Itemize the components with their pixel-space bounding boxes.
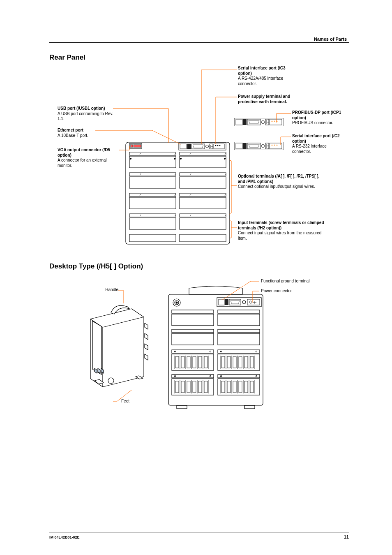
svg-point-47: [262, 145, 265, 148]
svg-rect-89: [244, 405, 255, 409]
svg-rect-64: [172, 310, 214, 313]
svg-rect-31: [129, 234, 176, 242]
callout-ethernet: Ethernet port A 10Base-T port.: [58, 128, 117, 138]
svg-point-52: [276, 144, 277, 146]
svg-rect-21: [129, 177, 176, 188]
svg-point-13: [217, 145, 219, 146]
header-rule: [49, 42, 349, 43]
svg-rect-7: [187, 144, 191, 149]
svg-rect-81: [218, 375, 260, 378]
svg-rect-18: [180, 156, 226, 168]
svg-rect-67: [218, 314, 260, 326]
svg-rect-69: [218, 329, 260, 333]
svg-point-59: [242, 301, 246, 304]
svg-point-63: [176, 302, 178, 303]
callout-feet: Feet: [121, 399, 129, 404]
svg-point-12: [215, 145, 217, 146]
svg-point-41: [274, 120, 275, 122]
figure-desktop: Handle Feet Functional ground terminal P…: [49, 274, 349, 426]
callout-input-terminals: Input terminals (screw terminals or clam…: [238, 220, 324, 241]
svg-point-50: [271, 144, 272, 146]
svg-rect-15: [129, 152, 176, 155]
svg-point-76: [175, 351, 176, 352]
svg-rect-72: [172, 350, 214, 353]
callout-handle: Handle: [105, 287, 118, 293]
svg-point-84: [175, 376, 176, 377]
desktop-iso-diagram: [70, 294, 152, 397]
svg-rect-34: [236, 119, 242, 125]
callout-profibus: PROFIBUS-DP port (/CP1 option) PROFIBUS …: [292, 110, 346, 126]
svg-rect-3: [131, 145, 133, 147]
svg-point-37: [262, 121, 265, 124]
option-panel-c2: [234, 142, 284, 150]
section-title-rear-panel: Rear Panel: [49, 53, 349, 62]
figure-rear-panel: USB port (/USB1 option) A USB port confo…: [49, 65, 349, 250]
svg-point-77: [210, 351, 211, 352]
svg-rect-49: [270, 143, 282, 149]
svg-rect-45: [243, 143, 247, 149]
svg-point-14: [219, 145, 221, 146]
callout-serial-c3: Serial interface port (/C3 option) A RS-…: [238, 66, 300, 86]
svg-rect-25: [129, 197, 176, 209]
svg-rect-22: [180, 177, 226, 188]
svg-rect-39: [270, 119, 282, 125]
svg-rect-57: [225, 299, 228, 305]
svg-point-51: [274, 144, 275, 146]
svg-rect-68: [172, 329, 214, 333]
svg-rect-17: [129, 156, 176, 168]
callout-power-supply: Power supply terminal and protective ear…: [238, 94, 308, 104]
svg-rect-11: [214, 144, 224, 149]
svg-point-85: [210, 376, 211, 377]
header-section-label: Names of Parts: [314, 37, 347, 42]
footer-doc-id: IM 04L42B01-02E: [49, 535, 80, 539]
svg-point-78: [221, 351, 222, 352]
svg-rect-60: [247, 299, 260, 305]
footer-rule: [49, 532, 349, 532]
svg-rect-23: [129, 193, 176, 197]
svg-rect-65: [218, 310, 260, 313]
svg-point-42: [276, 120, 277, 122]
svg-rect-24: [180, 193, 226, 197]
svg-rect-29: [129, 218, 176, 229]
svg-rect-20: [180, 173, 226, 176]
svg-rect-19: [129, 173, 176, 176]
callout-ground-terminal: Functional ground terminal: [261, 279, 309, 284]
rear-panel-diagram: [125, 142, 230, 245]
svg-point-86: [221, 376, 222, 377]
svg-rect-56: [219, 299, 224, 305]
svg-rect-35: [243, 119, 247, 125]
svg-rect-80: [172, 375, 214, 378]
svg-rect-88: [177, 405, 187, 409]
svg-rect-73: [218, 350, 260, 353]
svg-rect-28: [180, 214, 226, 217]
desktop-rear-diagram: [164, 286, 267, 409]
svg-rect-44: [236, 143, 242, 149]
footer-page-number: 11: [344, 534, 349, 539]
svg-point-87: [256, 376, 257, 377]
callout-power-connector: Power connector: [261, 289, 292, 294]
callout-serial-c2: Serial interface port (/C2 option) A RS-…: [292, 134, 346, 154]
callout-optional-terminals: Optional terminals (/A[ ], /F[ ], /R1, /…: [238, 174, 320, 190]
svg-point-53: [108, 378, 114, 384]
svg-rect-4: [134, 145, 141, 147]
svg-rect-6: [180, 144, 187, 149]
section-title-desktop: Desktop Type (/H5[ ] Option): [49, 262, 349, 271]
svg-rect-16: [180, 152, 226, 155]
svg-rect-66: [172, 314, 214, 326]
svg-rect-27: [129, 214, 176, 217]
svg-rect-71: [218, 333, 260, 345]
svg-point-79: [256, 351, 257, 352]
option-panel-cp1: [234, 118, 284, 126]
svg-rect-26: [180, 197, 226, 209]
svg-point-40: [271, 120, 272, 122]
svg-rect-32: [180, 234, 226, 242]
callout-usb: USB port (/USB1 option) A USB port confo…: [58, 106, 117, 122]
svg-rect-30: [180, 218, 226, 229]
svg-rect-70: [172, 333, 214, 345]
svg-point-9: [206, 145, 209, 148]
callout-vga: VGA output connector (/D5 option) A conn…: [58, 148, 117, 168]
